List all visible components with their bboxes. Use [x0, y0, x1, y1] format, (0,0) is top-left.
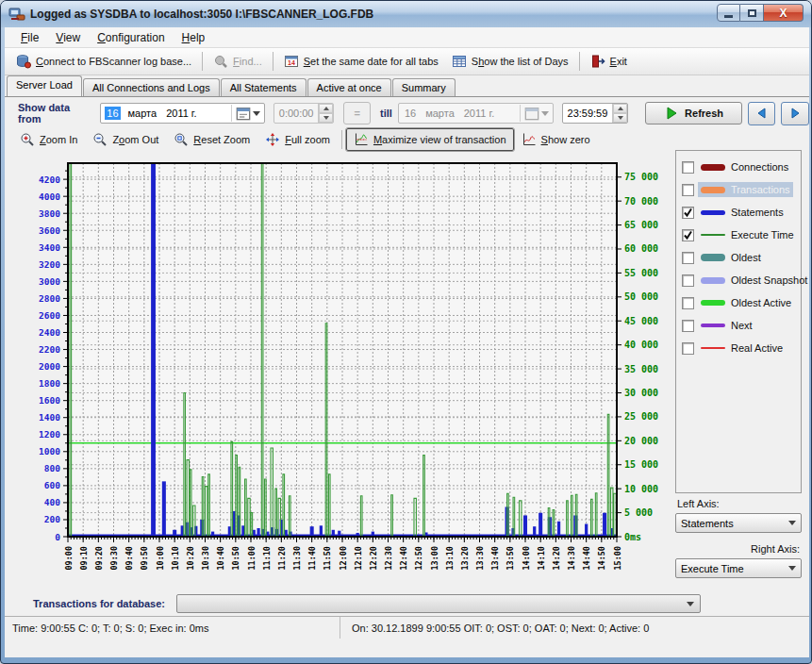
svg-text:2800: 2800 — [39, 293, 60, 304]
minimize-button[interactable] — [717, 4, 740, 22]
checkbox-oldest-active[interactable] — [682, 297, 694, 309]
toolbar-separator — [341, 130, 342, 149]
legend-entry: Statements — [698, 205, 787, 220]
menu-configuration[interactable]: Configuration — [89, 29, 173, 46]
svg-text:3200: 3200 — [39, 259, 60, 270]
legend-entry: Oldest Snapshot — [698, 273, 810, 288]
date-from-picker[interactable]: 16 марта 2011 г. — [100, 103, 264, 124]
checkbox-oldest[interactable] — [682, 252, 694, 264]
time-to-spinner[interactable]: 23:59:59 — [562, 103, 629, 124]
tab-all-connections-and-logs[interactable]: All Connections and Logs — [83, 78, 220, 96]
server-load-chart[interactable]: 0200400600800100012001400160018002000220… — [8, 152, 671, 586]
series-legend: ConnectionsTransactionsStatementsExecute… — [675, 150, 802, 493]
legend-item-statements[interactable]: Statements — [682, 206, 801, 219]
tab-active-at-once[interactable]: Active at once — [307, 78, 391, 96]
full-zoom-button[interactable]: Full zoom — [257, 128, 338, 151]
svg-text:12:40: 12:40 — [399, 546, 408, 571]
menu-view[interactable]: View — [47, 29, 89, 46]
checkbox-next[interactable] — [682, 320, 694, 332]
svg-text:10:40: 10:40 — [216, 546, 225, 571]
find-button[interactable]: Find... — [207, 51, 269, 72]
chevron-down-icon — [541, 111, 549, 116]
time-to-spin-buttons[interactable] — [612, 104, 627, 123]
checkbox-connections[interactable] — [682, 161, 694, 174]
date-to-picker[interactable]: 16 марта 2011 г. — [398, 103, 554, 124]
legend-item-real-active[interactable]: Real Active — [682, 341, 801, 355]
svg-text:1200: 1200 — [39, 429, 60, 440]
svg-text:12:10: 12:10 — [354, 546, 363, 571]
checkbox-statements[interactable] — [682, 207, 694, 219]
date-from-day[interactable]: 16 — [105, 107, 120, 120]
exit-button[interactable]: Exit — [584, 51, 634, 72]
checkbox-real-active[interactable] — [682, 342, 694, 355]
transactions-db-select[interactable] — [176, 594, 701, 613]
svg-text:600: 600 — [44, 480, 60, 490]
button-label: Exit — [610, 56, 627, 67]
legend-entry: Connections — [698, 159, 791, 174]
date-from-year[interactable]: 2011 г. — [166, 108, 196, 119]
legend-item-next[interactable]: Next — [682, 319, 801, 332]
checkbox-execute-time[interactable] — [682, 229, 694, 241]
checkbox-transactions[interactable] — [682, 184, 694, 196]
legend-item-execute-time[interactable]: Execute Time — [682, 228, 801, 241]
svg-text:13:10: 13:10 — [445, 546, 455, 571]
time-from-spin-buttons[interactable] — [318, 104, 333, 123]
set-the-same-date-for-all-tabs-button[interactable]: 14Set the same date for all tabs — [277, 51, 445, 72]
chart-container[interactable]: 0200400600800100012001400160018002000220… — [8, 152, 671, 586]
connect-to-fbscanner-log-base-button[interactable]: Connect to FBScanner log base... — [9, 51, 198, 72]
status-transaction-panel: On: 30.12.1899 9:00:55 OIT: 0; OST: 0; O… — [340, 617, 649, 639]
svg-text:2200: 2200 — [39, 344, 60, 355]
legend-entry: Transactions — [698, 182, 793, 197]
right-axis-select[interactable]: Execute Time — [675, 558, 802, 578]
legend-item-oldest-active[interactable]: Oldest Active — [682, 296, 801, 309]
tab-server-load[interactable]: Server Load — [7, 75, 82, 96]
time-from-spinner[interactable]: 0:00:00 — [273, 103, 335, 124]
chevron-down-icon — [788, 566, 796, 571]
legend-item-oldest-snapshot[interactable]: Oldest Snapshot — [682, 274, 801, 287]
svg-text:13:40: 13:40 — [490, 546, 500, 571]
reset-zoom-button[interactable]: Reset Zoom — [166, 128, 257, 151]
menu-file[interactable]: File — [12, 29, 47, 46]
svg-text:13:20: 13:20 — [460, 546, 470, 571]
date-from-month[interactable]: марта — [128, 108, 157, 119]
svg-text:35 000: 35 000 — [624, 364, 658, 374]
spin-up-icon — [323, 107, 329, 110]
svg-text:45 000: 45 000 — [624, 316, 658, 326]
series-color-chip — [701, 254, 725, 261]
button-label: Show zero — [541, 134, 590, 145]
zoom-out-button[interactable]: Zoom Out — [85, 128, 166, 151]
left-axis-select[interactable]: Statements — [675, 513, 802, 533]
checkbox-oldest-snapshot[interactable] — [682, 274, 694, 287]
window-title: Logged as SYSDBA to localhost:3050 I:\FB… — [30, 8, 373, 21]
previous-day-button[interactable] — [748, 102, 776, 125]
tab-all-statements[interactable]: All Statements — [221, 78, 307, 96]
title-bar[interactable]: Logged as SYSDBA to localhost:3050 I:\FB… — [1, 1, 811, 27]
next-day-button[interactable] — [781, 102, 809, 125]
zoom-in-button[interactable]: Zoom In — [12, 128, 85, 151]
show-the-list-of-days-button[interactable]: Show the list of Days — [445, 51, 575, 72]
close-button[interactable]: X — [764, 4, 804, 22]
arrow-left-icon — [754, 106, 770, 121]
calendar-mini-icon — [236, 106, 251, 121]
date-from-dropdown-button[interactable] — [231, 105, 264, 122]
svg-text:3000: 3000 — [39, 276, 60, 287]
svg-text:55 000: 55 000 — [624, 268, 658, 278]
refresh-button[interactable]: Refresh — [645, 102, 741, 124]
transactions-db-label: Transactions for database: — [33, 598, 165, 609]
svg-text:10:50: 10:50 — [231, 546, 240, 571]
button-label: Zoom In — [40, 134, 77, 145]
menu-help[interactable]: Help — [174, 29, 214, 46]
show-zero-button[interactable]: Show zero — [514, 128, 598, 151]
tab-summary[interactable]: Summary — [392, 78, 456, 96]
legend-item-oldest[interactable]: Oldest — [682, 251, 801, 264]
series-label: Next — [731, 320, 753, 331]
maximize-view-icon — [354, 132, 369, 147]
series-color-chip — [701, 234, 725, 236]
legend-item-connections[interactable]: Connections — [682, 160, 801, 174]
svg-text:13:00: 13:00 — [430, 546, 439, 571]
maximize-view-of-transaction-button[interactable]: Maximize view of transaction — [346, 128, 514, 151]
legend-item-transactions[interactable]: Transactions — [682, 183, 801, 196]
equal-dates-button[interactable]: = — [343, 102, 371, 124]
maximize-button[interactable] — [740, 4, 764, 22]
svg-text:10:10: 10:10 — [171, 546, 180, 571]
